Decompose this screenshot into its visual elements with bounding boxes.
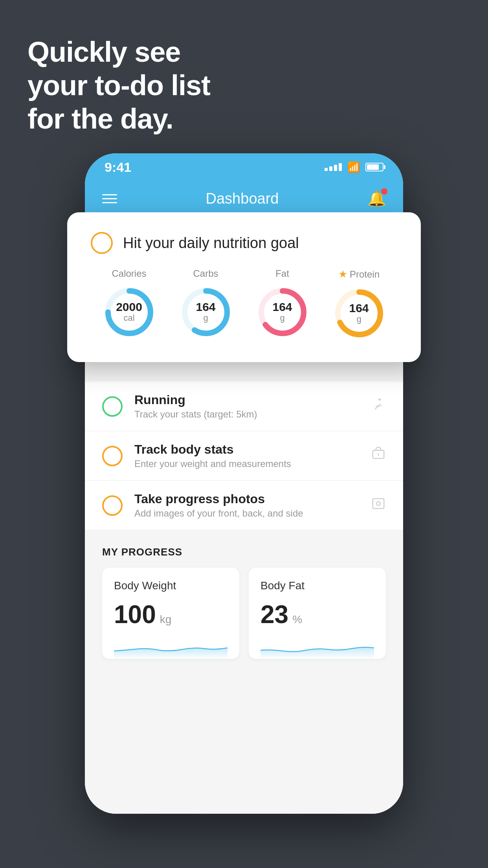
body-fat-value-row: 23 %	[261, 600, 374, 629]
hero-line3: for the day.	[28, 102, 210, 136]
photo-icon	[371, 496, 386, 515]
todo-item-title: Running	[134, 393, 359, 407]
star-icon: ★	[338, 268, 347, 280]
todo-item-subtitle: Enter your weight and measurements	[134, 458, 359, 469]
nutrition-check-circle[interactable]	[91, 232, 113, 254]
body-fat-value: 23	[261, 600, 288, 629]
todo-check-circle[interactable]	[102, 446, 123, 466]
todo-list: Running Track your stats (target: 5km)	[85, 382, 403, 530]
calories-donut: 2000 cal	[102, 285, 157, 340]
todo-item-title: Track body stats	[134, 442, 359, 457]
app-header: Dashboard 🔔	[85, 181, 403, 216]
todo-text: Take progress photos Add images of your …	[134, 492, 359, 519]
hero-line2: your to-do list	[28, 69, 210, 102]
nutrition-item-protein: ★ Protein 164 g	[332, 268, 387, 341]
app-title: Dashboard	[206, 190, 279, 207]
list-item[interactable]: Take progress photos Add images of your …	[85, 481, 403, 530]
svg-rect-2	[373, 498, 384, 508]
progress-cards: Body Weight 100 kg	[102, 568, 386, 659]
list-item[interactable]: Running Track your stats (target: 5km)	[85, 382, 403, 431]
body-fat-title: Body Fat	[261, 579, 374, 592]
todo-check-circle[interactable]	[102, 495, 123, 516]
fat-label: Fat	[275, 268, 289, 279]
nutrition-circles: Calories 2000 cal Carbs	[91, 268, 397, 341]
notification-dot	[381, 188, 387, 195]
todo-item-title: Take progress photos	[134, 492, 359, 506]
calories-value: 2000	[116, 301, 142, 313]
fat-unit: g	[272, 313, 292, 323]
status-icons: 📶	[325, 161, 383, 173]
body-weight-title: Body Weight	[114, 579, 227, 592]
protein-label: Protein	[350, 269, 380, 280]
progress-section: MY PROGRESS Body Weight 100 kg	[85, 530, 403, 667]
scale-icon	[371, 447, 386, 465]
status-bar: 9:41 📶	[85, 153, 403, 181]
body-fat-unit: %	[292, 613, 302, 626]
body-fat-chart	[261, 635, 374, 659]
progress-section-title: MY PROGRESS	[102, 546, 386, 558]
body-fat-card: Body Fat 23 %	[249, 568, 386, 659]
nutrition-item-carbs: Carbs 164 g	[178, 268, 233, 340]
bell-button[interactable]: 🔔	[367, 190, 386, 207]
nutrition-item-fat: Fat 164 g	[255, 268, 310, 340]
floating-nutrition-card: Hit your daily nutrition goal Calories 2…	[67, 212, 421, 362]
body-weight-value-row: 100 kg	[114, 600, 227, 629]
calories-label: Calories	[112, 268, 146, 279]
nutrition-item-calories: Calories 2000 cal	[102, 268, 157, 340]
running-icon	[371, 397, 386, 416]
hero-text: Quickly see your to-do list for the day.	[28, 35, 210, 136]
todo-text: Running Track your stats (target: 5km)	[134, 393, 359, 420]
carbs-label: Carbs	[193, 268, 218, 279]
wifi-icon: 📶	[347, 161, 360, 173]
signal-icon	[325, 163, 342, 171]
protein-label-row: ★ Protein	[338, 268, 380, 280]
carbs-unit: g	[196, 313, 215, 323]
svg-point-3	[376, 502, 380, 506]
body-weight-unit: kg	[160, 613, 172, 626]
protein-donut: 164 g	[332, 286, 387, 341]
body-weight-chart	[114, 635, 227, 659]
hero-line1: Quickly see	[28, 35, 210, 69]
fat-value: 164	[272, 301, 292, 313]
carbs-value: 164	[196, 301, 215, 313]
todo-text: Track body stats Enter your weight and m…	[134, 442, 359, 469]
hamburger-menu[interactable]	[102, 194, 117, 203]
protein-unit: g	[349, 314, 369, 324]
status-time: 9:41	[105, 160, 131, 175]
nutrition-card-title-row: Hit your daily nutrition goal	[91, 232, 397, 254]
fat-donut: 164 g	[255, 285, 310, 340]
todo-item-subtitle: Add images of your front, back, and side	[134, 508, 359, 519]
nutrition-card-title: Hit your daily nutrition goal	[123, 235, 299, 252]
todo-check-circle[interactable]	[102, 396, 123, 417]
calories-unit: cal	[116, 313, 142, 323]
protein-value: 164	[349, 302, 369, 314]
battery-icon	[365, 163, 383, 171]
body-weight-card: Body Weight 100 kg	[102, 568, 239, 659]
list-item[interactable]: Track body stats Enter your weight and m…	[85, 431, 403, 481]
carbs-donut: 164 g	[178, 285, 233, 340]
body-weight-value: 100	[114, 600, 156, 629]
todo-item-subtitle: Track your stats (target: 5km)	[134, 409, 359, 420]
